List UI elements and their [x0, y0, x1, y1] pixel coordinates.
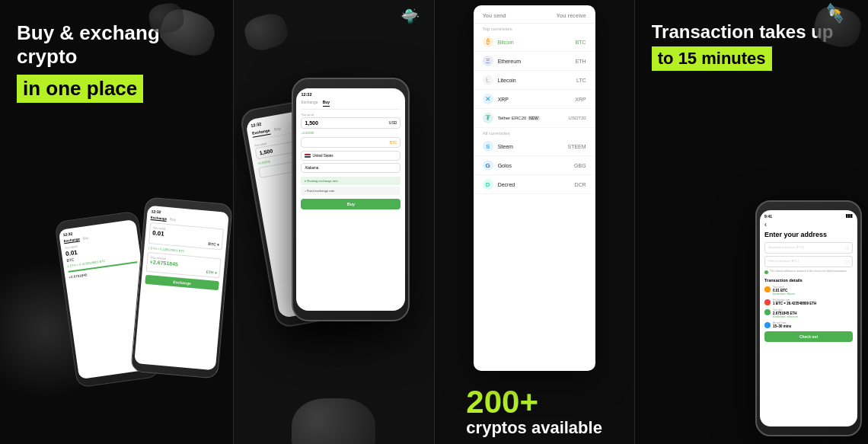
highlight-box: in one place — [17, 75, 143, 103]
bitcoin-icon: ₿ — [483, 37, 493, 47]
checkout-button[interactable]: Check out — [764, 331, 853, 342]
big-label-container: 200+ cryptos available — [452, 386, 616, 438]
floating-rate-option: ● Floating exchange rate — [301, 177, 400, 185]
planet-moon — [292, 398, 375, 444]
panel-exchange-ui: 🛸 12:32 Exchange Buy You send 1,500 USD … — [234, 0, 433, 444]
refund-address-field[interactable]: Refund address (BTC) ⊡ — [764, 256, 853, 267]
crypto-row-steem[interactable]: S Steem STEEM — [474, 137, 595, 156]
phone-front: 12:32 Exchange Buy You send 0.01 BTC ▾ 1… — [130, 196, 233, 379]
phone-p4: 9:41 ▊▊▊ ‹ Enter your address Destinatio… — [755, 200, 862, 436]
crypto-list-phone: You send You receive Top currencies ₿ Bi… — [474, 5, 595, 371]
destination-address-field[interactable]: Destination address (ETH) ⊡ — [764, 242, 853, 254]
tether-icon: ₮ — [483, 113, 493, 123]
panel-transaction: 🛰️ Transaction takes up to 15 minutes 9:… — [635, 0, 868, 444]
crypto-row-xrp[interactable]: ✕ XRP XRP — [474, 90, 595, 109]
enter-address-screen: 9:41 ▊▊▊ ‹ Enter your address Destinatio… — [760, 210, 857, 346]
fixed-rate-option: ○ Fixed exchange rate — [301, 187, 400, 195]
tx-dot-2 — [764, 299, 771, 305]
phone-group-p2: 12:32 Exchange Buy You send 1,500 USD ▾ … — [257, 78, 410, 367]
tx-dot-3 — [764, 309, 771, 315]
crypto-row-decred[interactable]: D Decred DCR — [474, 175, 595, 194]
decred-icon: D — [483, 179, 493, 190]
phone-group-p1: 12:32 Exchange Buy You send 0.01 BTC 1 E… — [65, 185, 233, 429]
buy-button[interactable]: Buy — [301, 199, 400, 209]
qr-icon-2: ⊡ — [845, 259, 849, 264]
crypto-row-bitcoin[interactable]: ₿ Bitcoin BTC — [474, 33, 595, 52]
tx-row-3: You get 2.6751845 ETH blockchain: ethere… — [764, 308, 853, 318]
crypto-row-golos[interactable]: G Golos GBG — [474, 156, 595, 175]
panel4-highlight: to 15 minutes — [652, 46, 772, 71]
phone-p2-front-screen: 12:32 Exchange Buy You send 1,500 USD +0… — [296, 88, 405, 311]
tx-dot-4 — [764, 322, 771, 328]
panel-buy-exchange: Buy & exchange crypto in one place 12:32… — [0, 0, 233, 444]
note-dot — [764, 270, 768, 274]
litecoin-icon: Ł — [483, 75, 493, 85]
phone-p2-front: 12:32 Exchange Buy You send 1,500 USD +0… — [292, 78, 410, 321]
golos-icon: G — [483, 160, 493, 171]
xrp-icon: ✕ — [483, 94, 493, 104]
asteroid-p2-top — [241, 11, 291, 54]
tx-row-4: Arrival time 15–30 mins — [764, 321, 853, 328]
tx-dot-1 — [764, 286, 771, 292]
phone-back-screen: 12:32 Exchange Buy You send 0.01 BTC 1 E… — [59, 219, 143, 283]
crypto-row-litecoin[interactable]: Ł Litecoin LTC — [474, 71, 595, 90]
qr-icon: ⊡ — [845, 245, 849, 251]
phone-front-screen: 12:32 Exchange Buy You send 0.01 BTC ▾ 1… — [141, 206, 229, 294]
crypto-row-ethereum[interactable]: Ξ Ethereum ETH — [474, 52, 595, 71]
steem-icon: S — [483, 141, 493, 152]
tx-row-1: You send 0.01 BTC blockchain: Bitcoin — [764, 286, 853, 295]
ethereum-icon: Ξ — [483, 56, 493, 66]
phone-p4-screen: 9:41 ▊▊▊ ‹ Enter your address Destinatio… — [760, 210, 857, 426]
crypto-row-tether[interactable]: ₮ Tether ERC20 NEW USDT20 — [474, 109, 595, 128]
panel-crypto-list: You send You receive Top currencies ₿ Bi… — [435, 0, 634, 444]
tx-row-2: Exchange rate 1 BTC = 26.423548809 ETH — [764, 299, 853, 305]
crypto-list-header: You send You receive — [474, 5, 595, 24]
us-flag-icon — [305, 154, 311, 158]
satellite-p2: 🛸 — [398, 5, 421, 27]
